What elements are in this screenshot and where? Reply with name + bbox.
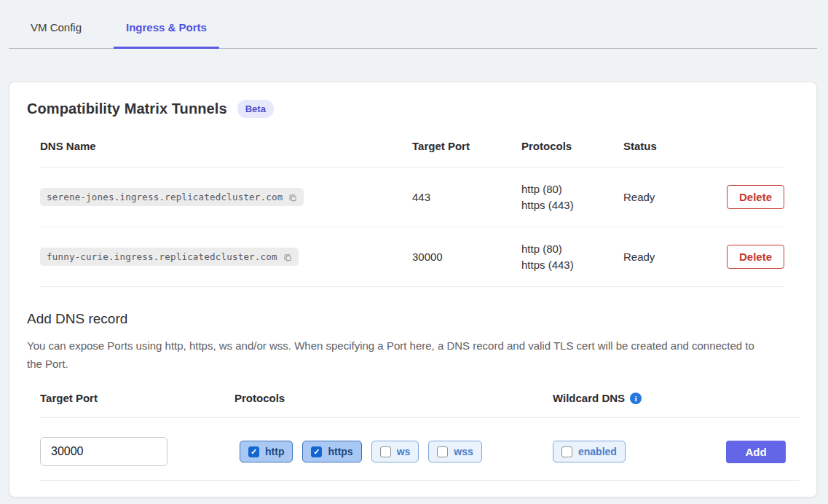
protocol-label: wss	[454, 446, 473, 457]
dns-name-text: serene-jones.ingress.replicatedcluster.c…	[47, 192, 283, 202]
beta-badge: Beta	[237, 100, 274, 118]
dns-name-text: funny-curie.ingress.replicatedcluster.co…	[47, 251, 277, 262]
info-icon[interactable]: i	[630, 393, 642, 404]
checkbox-icon	[437, 446, 448, 457]
checkbox-icon	[561, 446, 572, 457]
protocols-cell: http (80) https (443)	[521, 181, 623, 213]
table-row: funny-curie.ingress.replicatedcluster.co…	[40, 227, 784, 287]
form-header-protocols: Protocols	[234, 392, 553, 404]
protocol-checkbox-ws[interactable]: ws	[371, 441, 419, 462]
protocol-line: http (80)	[521, 241, 623, 257]
column-header-target-port: Target Port	[412, 140, 521, 152]
add-form-controls-row: http https ws wss enabled Add	[40, 418, 799, 481]
card-title-row: Compatibility Matrix Tunnels Beta	[27, 100, 799, 118]
table-row: serene-jones.ingress.replicatedcluster.c…	[40, 168, 784, 227]
protocol-label: http	[265, 446, 284, 457]
protocol-label: ws	[397, 446, 411, 457]
dns-name-pill: serene-jones.ingress.replicatedcluster.c…	[40, 188, 304, 206]
wildcard-option-label: enabled	[578, 446, 617, 457]
checkbox-icon	[380, 446, 391, 457]
protocol-checkbox-http[interactable]: http	[240, 441, 293, 462]
column-header-status: Status	[623, 140, 726, 152]
card-footer	[27, 481, 799, 497]
target-port-cell: 30000	[412, 251, 521, 263]
form-header-wildcard-dns: Wildcard DNS i	[553, 392, 726, 404]
protocol-checkbox-wss[interactable]: wss	[428, 441, 481, 462]
tab-bar: VM Config Ingress & Ports	[9, 0, 817, 49]
column-header-protocols: Protocols	[521, 140, 623, 152]
page-title: Compatibility Matrix Tunnels	[27, 101, 227, 117]
checkbox-icon	[248, 446, 259, 457]
protocol-line: https (443)	[521, 257, 623, 273]
tunnels-table: DNS Name Target Port Protocols Status se…	[40, 118, 799, 287]
add-dns-record-description: You can expose Ports using http, https, …	[27, 336, 762, 373]
wildcard-dns-cell: enabled	[553, 441, 726, 462]
status-cell: Ready	[623, 191, 726, 203]
column-header-dns-name: DNS Name	[40, 140, 412, 152]
delete-button[interactable]: Delete	[727, 185, 784, 209]
add-button[interactable]: Add	[726, 441, 786, 463]
protocol-line: https (443)	[521, 197, 623, 213]
tab-ingress-ports[interactable]: Ingress & Ports	[114, 21, 219, 49]
wildcard-enabled-checkbox[interactable]: enabled	[553, 441, 626, 462]
form-header-target-port: Target Port	[40, 392, 234, 404]
tunnels-card: Compatibility Matrix Tunnels Beta DNS Na…	[9, 82, 817, 497]
protocol-checkbox-https[interactable]: https	[302, 441, 361, 462]
tab-vm-config[interactable]: VM Config	[18, 21, 94, 49]
target-port-field-cell	[40, 437, 234, 466]
add-form-header-row: Target Port Protocols Wildcard DNS i	[40, 392, 799, 418]
checkbox-icon	[311, 446, 322, 457]
table-header-row: DNS Name Target Port Protocols Status	[40, 118, 784, 168]
status-cell: Ready	[623, 251, 726, 263]
delete-button[interactable]: Delete	[727, 245, 784, 269]
actions-cell: Delete	[726, 185, 784, 209]
copy-icon[interactable]	[288, 192, 298, 202]
actions-cell: Delete	[726, 245, 784, 269]
dns-name-pill: funny-curie.ingress.replicatedcluster.co…	[40, 248, 299, 266]
target-port-input[interactable]	[40, 437, 167, 466]
copy-icon[interactable]	[283, 252, 293, 262]
dns-name-cell: funny-curie.ingress.replicatedcluster.co…	[40, 248, 412, 266]
protocols-cell: http (80) https (443)	[521, 241, 623, 273]
protocol-label: https	[328, 446, 352, 457]
add-button-cell: Add	[726, 441, 786, 463]
protocol-options: http https ws wss	[240, 441, 553, 462]
wildcard-dns-label: Wildcard DNS	[553, 392, 625, 404]
protocol-line: http (80)	[521, 181, 623, 197]
add-dns-record-title: Add DNS record	[27, 311, 799, 327]
target-port-cell: 443	[412, 191, 521, 203]
dns-name-cell: serene-jones.ingress.replicatedcluster.c…	[40, 188, 412, 206]
